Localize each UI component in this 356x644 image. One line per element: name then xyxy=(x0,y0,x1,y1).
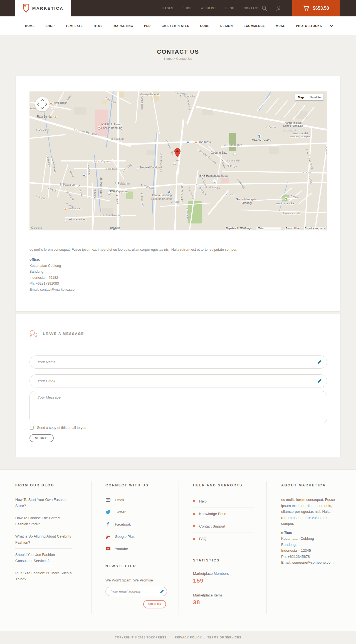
map-label: Jl. Dr. Rajiman xyxy=(93,160,111,163)
map-terms-link[interactable]: Terms of Use xyxy=(285,227,300,230)
map-poi-marker-icon xyxy=(173,161,176,165)
map-poi-marker-icon xyxy=(258,134,261,137)
breadcrumb: Home > Contact Us xyxy=(0,57,356,60)
map-scale: 200 m xyxy=(256,227,281,230)
map-type-toggle: Map Satellite xyxy=(295,94,323,100)
blog-link[interactable]: How To Start Your Own Fashion Store? xyxy=(15,497,72,512)
social-facebook-link[interactable]: f Facebook xyxy=(105,521,179,527)
map-label: Jl. Pandu xyxy=(67,167,75,178)
map-canvas[interactable]: Map Satellite Google Map data ©2015 Goog… xyxy=(29,91,327,230)
about-text: ec mollis lorem consequat. Fusce ipsum e… xyxy=(281,497,338,527)
map-label: Bank Mandiri Bandung Surapati xyxy=(290,132,310,138)
nav-design[interactable]: DESIGN xyxy=(220,24,233,28)
map-label: Aston xyxy=(29,107,36,110)
map-label: Jl. Ambon xyxy=(209,185,220,190)
map-label: Jl. Merdeka xyxy=(180,185,184,203)
top-nav-contact[interactable]: CONTACT xyxy=(244,7,259,10)
terms-of-services-link[interactable]: TERMS OF SERVICES xyxy=(207,636,241,639)
office-label: office: xyxy=(281,530,341,536)
message-textarea[interactable] xyxy=(30,391,327,423)
map-label: MESJID PUSDAI xyxy=(252,138,271,141)
map-label: GOR Pajajaran xyxy=(109,190,128,193)
nav-html[interactable]: HTML xyxy=(94,24,103,28)
map-label: Jl. Cimandiri xyxy=(226,159,240,162)
map-report-link[interactable]: Report a map error xyxy=(304,227,325,230)
google-plus-icon: g+ xyxy=(106,534,110,539)
map-label: Jl. Aceh xyxy=(171,200,180,203)
blog-link[interactable]: How To Choose The Perfect Fashion Store? xyxy=(15,515,72,530)
map-label: Jl. Astina xyxy=(87,165,91,175)
blog-link[interactable]: Should You Use Fashion Consultant Servic… xyxy=(15,552,72,567)
page-header: CONTACT US Home > Contact Us xyxy=(0,35,356,60)
map-poi-marker-icon xyxy=(168,191,171,194)
nav-photo-stocks[interactable]: PHOTO STOCKS xyxy=(296,24,322,28)
name-field-wrap xyxy=(29,355,327,369)
send-copy-row: Send a copy of this email to you xyxy=(30,426,86,430)
brand-logo[interactable]: MARKETICA xyxy=(15,0,71,16)
nav-shop[interactable]: SHOP xyxy=(46,24,55,28)
help-link[interactable]: Contact Support xyxy=(193,520,254,533)
name-input[interactable] xyxy=(30,356,327,368)
nav-home[interactable]: HOME xyxy=(25,24,35,28)
address-line: Kecamatan Coblong xyxy=(281,536,341,542)
map-attribution: Map data ©2015 Google 200 m Terms of Use… xyxy=(226,227,325,230)
search-icon[interactable] xyxy=(261,5,268,11)
nav-code[interactable]: CODE xyxy=(200,24,209,28)
social-email-link[interactable]: Email xyxy=(105,497,179,503)
chat-bubbles-icon xyxy=(29,330,38,338)
nav-ecommerce[interactable]: ECOMMERCE xyxy=(244,24,265,28)
social-twitter-link[interactable]: Twitter xyxy=(105,509,179,515)
map-label: Jl. Cicendo xyxy=(140,192,145,207)
send-copy-checkbox[interactable] xyxy=(30,426,34,430)
top-nav-blog[interactable]: BLOG xyxy=(225,7,234,10)
breadcrumb-separator: > xyxy=(174,57,175,60)
privacy-policy-link[interactable]: PRIVACY POLICY xyxy=(175,636,202,639)
map-pan-control[interactable] xyxy=(35,97,50,111)
map-type-map-button[interactable]: Map xyxy=(295,94,307,100)
newsletter-signup-button[interactable]: SIGN UP xyxy=(143,600,166,608)
map-label: The Kiosk xyxy=(199,141,211,144)
help-link[interactable]: Help xyxy=(193,495,254,508)
breadcrumb-home[interactable]: Home xyxy=(164,57,173,60)
nav-psd[interactable]: PSD xyxy=(144,24,151,28)
top-header-bar: MARKETICA PAGES SHOP WISHLIST BLOG CONTA… xyxy=(0,0,356,16)
address-line: Kecamatan Coblong xyxy=(29,263,77,269)
more-categories-chevron-icon[interactable] xyxy=(330,25,333,27)
top-nav-shop[interactable]: SHOP xyxy=(182,7,191,10)
map-label: Jl. Purnawarman xyxy=(160,153,163,172)
form-heading: LEAVE A MESSAGE xyxy=(43,332,84,336)
stat-members-label: Marketplace Members xyxy=(193,571,266,576)
top-nav-pages[interactable]: PAGES xyxy=(162,7,173,10)
nav-cms-templates[interactable]: CMS TEMPLATES xyxy=(162,24,189,28)
cart-button[interactable]: $653.50 xyxy=(292,0,340,16)
blog-link[interactable]: Plus Size Fashion: Is There Such a Thing… xyxy=(15,570,72,585)
submit-button[interactable]: SUBMIT xyxy=(29,434,54,442)
top-nav: PAGES SHOP WISHLIST BLOG CONTACT xyxy=(162,0,259,16)
social-googleplus-link[interactable]: g+ Google Plus xyxy=(105,534,179,539)
blog-link[interactable]: What is So Alluring About Celebrity Fash… xyxy=(15,533,72,549)
stat-items-value: 38 xyxy=(193,599,266,606)
bullet-square-icon xyxy=(193,525,195,527)
stat-members-value: 159 xyxy=(193,577,266,584)
nav-template[interactable]: TEMPLATE xyxy=(66,24,83,28)
nav-marketing[interactable]: MARKETING xyxy=(113,24,133,28)
nav-muse[interactable]: MUSE xyxy=(276,24,285,28)
newsletter-email-input[interactable] xyxy=(106,587,167,596)
email-input[interactable] xyxy=(30,375,327,387)
top-nav-wishlist[interactable]: WISHLIST xyxy=(201,7,216,10)
map-label: Jl. Pasirkaliki xyxy=(99,177,103,197)
location-pin-icon[interactable] xyxy=(174,148,181,161)
newsletter-field-wrap xyxy=(105,587,167,596)
help-link[interactable]: FAQ xyxy=(193,533,254,545)
map-type-satellite-button[interactable]: Satellite xyxy=(307,94,323,100)
map-label: RSUP Dr. Hasan Sadikin Bandung xyxy=(101,123,122,130)
social-youtube-link[interactable]: Youtube xyxy=(105,546,179,551)
copyright-bar: COPYRIGHT © 2015 TOKOPRESS PRIVACY POLIC… xyxy=(0,631,356,644)
edit-pencil-icon xyxy=(317,360,322,365)
about-heading: ABOUT MARKETICA xyxy=(281,483,341,487)
footer-about-column: ABOUT MARKETICA ec mollis lorem consequa… xyxy=(266,470,341,566)
map-label: Novotel Bandung xyxy=(140,166,162,170)
tag-logo-icon xyxy=(23,4,29,13)
user-account-icon[interactable] xyxy=(276,5,282,11)
help-link[interactable]: Knowladge Base xyxy=(193,508,254,520)
